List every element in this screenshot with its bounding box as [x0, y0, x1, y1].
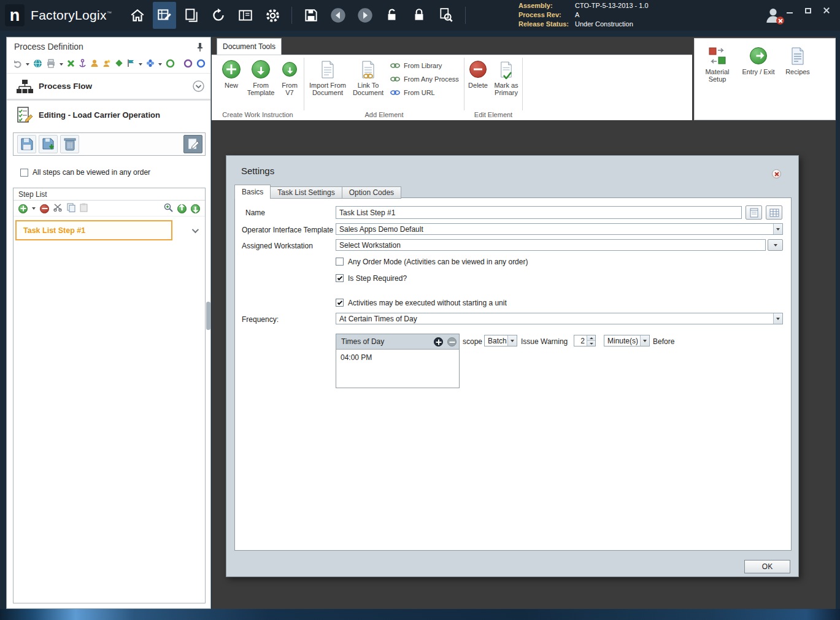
activities-without-unit-checkbox[interactable] — [336, 299, 344, 307]
process-toolbar — [13, 58, 206, 71]
from-library-button[interactable]: From Library — [390, 61, 459, 71]
remove-time-button[interactable] — [447, 337, 457, 346]
print-dropdown-icon[interactable] — [60, 63, 63, 66]
operator-interface-template-label: Operator Interface Template — [242, 226, 333, 234]
add-step-button[interactable] — [18, 204, 28, 213]
name-translations-button[interactable] — [766, 205, 782, 220]
delete-process-button[interactable] — [67, 59, 75, 70]
process-flow-row[interactable]: Process Flow — [7, 74, 210, 99]
name-label: Name — [245, 209, 265, 217]
home-button[interactable] — [126, 2, 149, 29]
flag-button[interactable] — [127, 59, 135, 70]
audit-search-button[interactable] — [434, 2, 458, 29]
toolbar-separator — [291, 7, 292, 24]
from-v7-button[interactable]: From V7 — [277, 58, 302, 96]
time-list-item[interactable]: 04:00 PM — [341, 353, 372, 362]
user-account-button[interactable] — [761, 4, 785, 27]
move-step-up-button[interactable] — [177, 204, 187, 213]
warning-unit-select[interactable]: Minute(s) — [604, 335, 650, 346]
forward-button[interactable] — [353, 2, 377, 29]
print-button[interactable] — [46, 59, 56, 71]
sync-button[interactable] — [207, 2, 230, 29]
delete-element-button[interactable]: Delete — [464, 58, 491, 89]
name-notes-button[interactable] — [746, 205, 762, 220]
issue-warning-spinner[interactable]: 2 — [574, 335, 596, 346]
from-any-process-button[interactable]: From Any Process — [390, 74, 459, 84]
link-badge-icon — [363, 73, 373, 79]
globe-button[interactable] — [33, 59, 42, 71]
unlock-button[interactable] — [380, 2, 404, 29]
remove-step-button[interactable] — [40, 204, 49, 213]
import-from-document-button[interactable]: Import From Document — [307, 58, 348, 96]
operator-interface-template-select[interactable]: Sales Apps Demo Default — [336, 223, 783, 235]
step-expand-chevron-icon[interactable] — [192, 226, 199, 232]
material-setup-button[interactable]: Material Setup — [699, 45, 735, 83]
move-step-down-button[interactable] — [191, 204, 200, 213]
certified-operator-button[interactable] — [102, 59, 111, 70]
from-template-button[interactable]: From Template — [243, 58, 279, 96]
flag-dropdown-icon[interactable] — [139, 63, 142, 66]
record-green-button[interactable] — [166, 59, 175, 71]
operator-button[interactable] — [90, 59, 99, 70]
anchor-button[interactable] — [79, 59, 87, 71]
any-order-steps-checkbox[interactable]: All steps can be viewed in any order — [20, 168, 150, 177]
is-step-required-checkbox[interactable] — [336, 274, 344, 282]
frequency-select[interactable]: At Certain Times of Day — [336, 313, 783, 324]
zoom-step-button[interactable] — [164, 203, 173, 215]
checkbox-icon — [20, 169, 28, 177]
process-definition-button[interactable] — [153, 2, 176, 29]
milestone-button[interactable] — [115, 59, 123, 70]
workstation-dropdown-button[interactable] — [768, 239, 783, 251]
delete-operation-button[interactable] — [60, 135, 79, 153]
back-button[interactable] — [326, 2, 350, 29]
tab-basics[interactable]: Basics — [234, 185, 271, 199]
app-logo: n — [5, 4, 25, 26]
any-order-mode-checkbox[interactable] — [336, 258, 344, 266]
pin-button[interactable] — [195, 42, 206, 53]
branch-button[interactable] — [146, 59, 155, 70]
tab-task-list-settings[interactable]: Task List Settings — [271, 186, 342, 199]
close-button[interactable] — [819, 4, 834, 17]
recipes-button[interactable]: Recipes — [782, 45, 814, 75]
record-purple-button[interactable] — [183, 59, 193, 71]
undo-button[interactable] — [13, 59, 22, 71]
tab-option-codes[interactable]: Option Codes — [342, 186, 401, 199]
entry-exit-button[interactable]: Entry / Exit — [739, 45, 778, 75]
collapse-button[interactable] — [193, 80, 204, 94]
edit-work-instructions-button[interactable] — [183, 135, 202, 153]
save-operation-button[interactable] — [17, 135, 36, 153]
from-url-button[interactable]: From URL — [390, 88, 459, 98]
maximize-button[interactable] — [801, 4, 815, 17]
minimize-button[interactable] — [782, 4, 797, 17]
new-button[interactable]: New — [218, 58, 245, 89]
branch-dropdown-icon[interactable] — [158, 63, 162, 66]
undo-dropdown-icon[interactable] — [26, 63, 29, 66]
document-library-button[interactable] — [180, 2, 203, 29]
template-selected-value: Sales Apps Demo Default — [339, 225, 423, 234]
spinner-down-button[interactable] — [587, 341, 595, 346]
assigned-workstation-select[interactable]: Select Workstation — [336, 239, 766, 251]
cut-button[interactable] — [53, 203, 63, 214]
step-list-item[interactable]: Task List Step #1 — [15, 220, 172, 240]
spinner-up-button[interactable] — [587, 335, 595, 341]
paste-button[interactable] — [80, 203, 88, 215]
tab-document-tools[interactable]: Document Tools — [217, 38, 282, 55]
dialog-close-button[interactable] — [772, 169, 781, 178]
ok-button[interactable]: OK — [744, 560, 790, 573]
reports-button[interactable] — [234, 2, 257, 29]
scope-select[interactable]: Batch — [484, 335, 517, 346]
panel-splitter-handle[interactable] — [206, 302, 210, 330]
link-to-document-button[interactable]: Link To Document — [349, 58, 387, 96]
save-button[interactable] — [299, 2, 323, 29]
import-operation-button[interactable] — [39, 135, 58, 153]
mark-as-primary-button[interactable]: Mark as Primary — [490, 58, 522, 96]
any-order-mode-label: Any Order Mode (Activities can be viewed… — [348, 258, 528, 266]
copy-button[interactable] — [67, 203, 75, 215]
record-blue-button[interactable] — [196, 59, 206, 71]
settings-button[interactable] — [261, 2, 284, 29]
add-time-button[interactable] — [434, 337, 443, 346]
reports-icon — [237, 7, 253, 23]
lock-button[interactable] — [407, 2, 431, 29]
add-step-dropdown-icon[interactable] — [32, 207, 36, 210]
name-field[interactable] — [336, 206, 742, 219]
